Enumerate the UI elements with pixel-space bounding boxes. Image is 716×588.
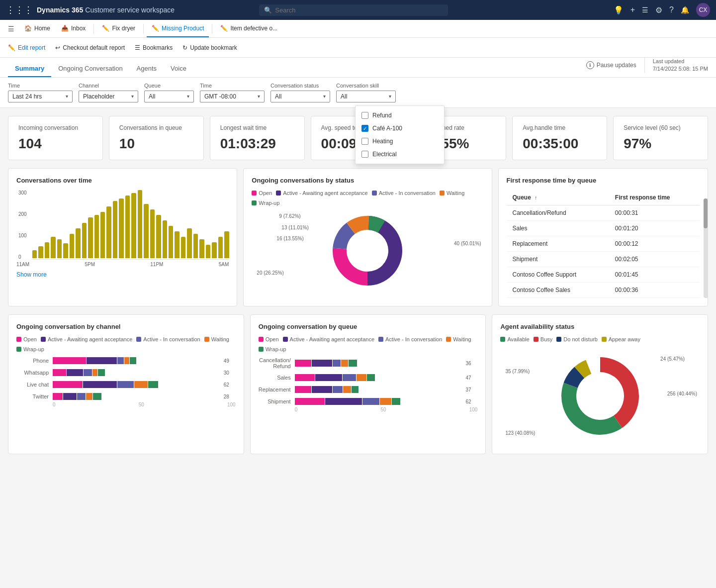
bar-item bbox=[76, 228, 80, 258]
queue-axis: 050100 bbox=[295, 407, 478, 412]
queue-hbar: Cancellation/ Refund36Sales47Replacement… bbox=[259, 357, 478, 405]
legend-waiting: Waiting bbox=[440, 190, 464, 196]
hbar-segment bbox=[87, 357, 116, 364]
bar-item bbox=[169, 226, 173, 259]
bar-item bbox=[144, 204, 148, 259]
apps-icon[interactable]: ⋮⋮⋮ bbox=[6, 4, 33, 15]
checkbox-refund[interactable] bbox=[361, 112, 368, 119]
bar-item bbox=[175, 231, 179, 259]
search-bar[interactable]: 🔍 bbox=[259, 4, 448, 16]
refresh-icon: ↻ bbox=[182, 44, 187, 51]
skill-cafe-a100[interactable]: ✓ Café A-100 bbox=[356, 122, 444, 135]
legend-active-awaiting-dot bbox=[276, 191, 281, 196]
bar-item bbox=[119, 198, 123, 259]
settings-icon[interactable]: ⚙ bbox=[655, 5, 662, 15]
brand-name: Dynamics 365 Customer service workspace bbox=[37, 6, 175, 14]
filter-channel-select[interactable]: Placeholder ▾ bbox=[79, 91, 138, 102]
search-input[interactable] bbox=[275, 6, 443, 14]
hbar-segment bbox=[98, 369, 104, 376]
hbar-segment bbox=[124, 357, 129, 364]
tab-fix-dryer[interactable]: ✏️ Fix dryer bbox=[97, 20, 140, 37]
scrollbar[interactable] bbox=[704, 198, 708, 298]
filter-time-select[interactable]: Last 24 hrs ▾ bbox=[8, 91, 73, 102]
agent-donut-svg bbox=[555, 351, 645, 441]
checkbox-electrical[interactable] bbox=[361, 151, 368, 158]
hbar-row: Whatsapp30 bbox=[16, 369, 236, 376]
skill-refund[interactable]: Refund bbox=[356, 109, 444, 122]
bar-item bbox=[218, 237, 223, 259]
hbar-row: Live chat62 bbox=[16, 381, 236, 388]
legend-open: Open bbox=[252, 190, 272, 196]
ch-legend-waiting-dot bbox=[204, 337, 209, 342]
hbar-segment bbox=[295, 360, 312, 367]
filter-queue-select[interactable]: All ▾ bbox=[144, 91, 194, 102]
hbar-segment bbox=[86, 393, 92, 400]
hbar-segment bbox=[343, 386, 352, 393]
filter-conv-status-select[interactable]: All ▾ bbox=[270, 91, 330, 102]
channel-hbar: Phone49Whatsapp30Live chat62Twitter28 bbox=[16, 357, 236, 400]
q-legend-conv-dot bbox=[378, 337, 383, 342]
donut-label-bottom: 20 (26.25%) bbox=[257, 270, 283, 276]
hbar-track bbox=[295, 374, 462, 381]
q-legend-awaiting-dot bbox=[283, 337, 288, 342]
ag-available-dot bbox=[500, 337, 505, 342]
legend-active-in-conv: Active - In conversation bbox=[372, 190, 436, 196]
response-table-body: Cancellation/Refund00:00:31Sales00:01:20… bbox=[507, 205, 700, 298]
scrollbar-thumb[interactable] bbox=[704, 198, 708, 228]
add-icon[interactable]: + bbox=[630, 5, 635, 14]
channel-legend: Open Active - Awaiting agent acceptance … bbox=[16, 336, 236, 352]
queue-legend: Open Active - Awaiting agent acceptance … bbox=[259, 336, 478, 352]
tab-agents[interactable]: Agents bbox=[130, 60, 164, 77]
alert-icon[interactable]: 🔔 bbox=[681, 6, 689, 14]
q-legend-wrapup-dot bbox=[259, 347, 264, 352]
edit-report-btn[interactable]: ✏️ Edit report bbox=[8, 44, 45, 51]
skill-heating[interactable]: Heating bbox=[356, 135, 444, 148]
lightbulb-icon[interactable]: 💡 bbox=[614, 5, 624, 15]
agent-donut-segment bbox=[600, 357, 639, 428]
hbar-track bbox=[295, 386, 462, 393]
hbar-row: Shipment62 bbox=[259, 398, 478, 405]
help-icon[interactable]: ? bbox=[669, 5, 674, 14]
show-more-btn[interactable]: Show more bbox=[16, 271, 229, 278]
chevron-icon-3: ▾ bbox=[187, 94, 189, 99]
tab-home[interactable]: 🏠 Home bbox=[19, 20, 55, 37]
tab-inbox[interactable]: 📥 Inbox bbox=[56, 20, 90, 37]
hbar-segment bbox=[53, 393, 63, 400]
hbar-segment bbox=[148, 381, 158, 388]
sort-icon[interactable]: ↑ bbox=[535, 195, 537, 200]
tab-item-defective[interactable]: ✏️ Item defective o... bbox=[215, 20, 282, 37]
tab-separator-1 bbox=[93, 24, 94, 34]
filter-timezone-select[interactable]: GMT -08:00 ▾ bbox=[200, 91, 265, 102]
checkbox-heating[interactable] bbox=[361, 138, 368, 145]
bar-item bbox=[57, 239, 62, 258]
tab-summary[interactable]: Summary bbox=[8, 60, 51, 77]
pause-btn[interactable]: ℹ Pause updates bbox=[586, 61, 636, 69]
checkout-default-btn[interactable]: ↩ Checkout default report bbox=[55, 44, 125, 51]
top-nav: ⋮⋮⋮ Dynamics 365 Customer service worksp… bbox=[0, 0, 716, 20]
hbar-segment bbox=[53, 357, 86, 364]
ag-dnd-dot bbox=[556, 337, 561, 342]
hbar-segment bbox=[67, 369, 84, 376]
hbar-segment bbox=[333, 386, 343, 393]
kpi-incoming: Incoming conversation 104 bbox=[8, 116, 103, 161]
hbar-track bbox=[53, 369, 220, 376]
col-time: First response time bbox=[609, 190, 700, 205]
update-bookmark-btn[interactable]: ↻ Update bookmark bbox=[182, 44, 237, 51]
filter-icon[interactable]: ☰ bbox=[642, 6, 648, 14]
tab-missing-product[interactable]: ✏️ Missing Product bbox=[147, 20, 209, 37]
table-row: Shipment00:02:05 bbox=[507, 252, 700, 267]
checkbox-cafe-a100[interactable]: ✓ bbox=[361, 125, 368, 132]
nav-hamburger[interactable]: ☰ bbox=[4, 23, 18, 35]
avatar[interactable]: CX bbox=[696, 3, 710, 17]
skill-electrical[interactable]: Electrical bbox=[356, 148, 444, 161]
donut-svg bbox=[328, 211, 407, 291]
filter-conv-skill-select[interactable]: All ▾ bbox=[336, 91, 396, 102]
tab-voice[interactable]: Voice bbox=[164, 60, 193, 77]
response-table: Queue ↑ First response time Cancellation… bbox=[507, 190, 700, 298]
search-icon: 🔍 bbox=[264, 6, 272, 14]
hbar-row: Phone49 bbox=[16, 357, 236, 364]
bar-item bbox=[106, 206, 111, 258]
bar-item bbox=[88, 217, 92, 258]
tab-ongoing-conversation[interactable]: Ongoing Conversation bbox=[51, 60, 129, 77]
bookmarks-btn[interactable]: ☰ Bookmarks bbox=[135, 44, 173, 51]
